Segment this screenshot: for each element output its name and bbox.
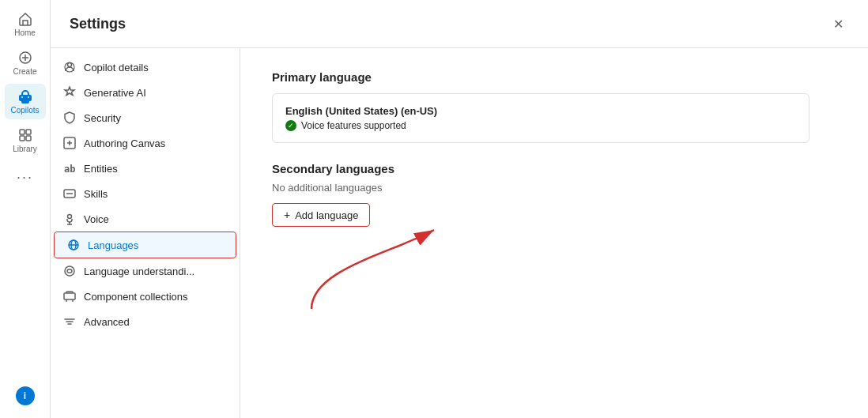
sidebar-item-security-label: Security: [84, 112, 227, 124]
primary-language-title: Primary language: [272, 70, 836, 84]
sidebar-item-copilot-details[interactable]: Copilot details: [51, 55, 240, 80]
svg-point-21: [65, 266, 74, 276]
sidebar-item-language-understanding[interactable]: Language understandi...: [51, 258, 240, 284]
nav-item-copilots-label: Copilots: [10, 106, 39, 115]
voice-supported-label: Voice features supported: [301, 120, 406, 131]
sidebar-item-advanced[interactable]: Advanced: [51, 309, 240, 334]
sidebar-item-languages[interactable]: Languages: [54, 232, 236, 258]
add-language-button[interactable]: + Add language: [272, 203, 370, 227]
sidebar-item-voice[interactable]: Voice: [51, 206, 240, 232]
language-understanding-icon: [63, 265, 76, 277]
plus-icon: +: [284, 209, 290, 221]
sidebar-item-generative-ai[interactable]: Generative AI: [51, 80, 240, 105]
secondary-language-title: Secondary languages: [272, 162, 836, 175]
settings-sidebar: Copilot details Generative AI Security: [51, 48, 240, 418]
svg-point-15: [68, 215, 72, 219]
svg-rect-5: [20, 136, 25, 141]
sidebar-item-voice-label: Voice: [84, 213, 227, 225]
library-icon: [17, 127, 33, 143]
nav-item-home-label: Home: [14, 28, 36, 37]
no-languages-label: No additional languages: [272, 182, 836, 194]
sidebar-item-copilot-details-label: Copilot details: [84, 62, 227, 73]
close-button[interactable]: ✕: [827, 13, 849, 35]
component-collections-icon: [63, 290, 76, 303]
nav-item-library-label: Library: [13, 145, 37, 153]
add-language-label: Add language: [295, 209, 358, 221]
info-button[interactable]: i: [16, 386, 35, 405]
main-content: Settings ✕ Copilot details Gen: [51, 0, 868, 418]
sidebar-item-advanced-label: Advanced: [84, 316, 227, 328]
sidebar-item-entities-label: Entities: [84, 163, 227, 175]
skills-icon: [63, 187, 76, 200]
sidebar-item-skills[interactable]: Skills: [51, 181, 240, 206]
voice-supported-row: ✓ Voice features supported: [285, 120, 437, 131]
svg-text:ab: ab: [64, 164, 75, 175]
voice-icon: [63, 213, 76, 225]
authoring-canvas-icon: [63, 137, 76, 149]
language-info: English (United States) (en-US) ✓ Voice …: [285, 105, 437, 131]
sidebar-item-entities[interactable]: ab Entities: [51, 156, 240, 181]
svg-rect-6: [26, 136, 31, 141]
copilot-details-icon: [63, 61, 76, 73]
sidebar-item-authoring-canvas-label: Authoring Canvas: [84, 137, 227, 149]
nav-item-create-label: Create: [13, 67, 36, 76]
header: Settings ✕: [51, 0, 868, 48]
svg-rect-4: [26, 130, 31, 134]
sidebar-item-component-collections[interactable]: Component collections: [51, 284, 240, 309]
sidebar-item-languages-label: Languages: [88, 239, 223, 251]
nav-item-copilots[interactable]: Copilots: [5, 84, 46, 119]
entities-icon: ab: [63, 162, 76, 175]
nav-bottom: i: [16, 386, 35, 412]
copilots-icon: [17, 88, 33, 104]
nav-item-home[interactable]: Home: [5, 6, 46, 42]
sidebar-item-skills-label: Skills: [84, 188, 227, 200]
nav-item-more[interactable]: ···: [5, 164, 46, 190]
sidebar-item-security[interactable]: Security: [51, 105, 240, 130]
primary-language-box: English (United States) (en-US) ✓ Voice …: [272, 93, 810, 143]
right-panel: Primary language English (United States)…: [240, 48, 868, 418]
generative-ai-icon: [63, 86, 76, 99]
advanced-icon: [63, 315, 76, 328]
sidebar-item-generative-ai-label: Generative AI: [84, 87, 227, 99]
nav-bar: Home Create Copilots Library ··· i: [0, 0, 51, 418]
nav-item-create[interactable]: Create: [5, 45, 46, 81]
security-icon: [63, 111, 76, 124]
svg-rect-22: [64, 293, 75, 299]
svg-rect-3: [20, 130, 25, 134]
page-title: Settings: [70, 16, 126, 32]
info-icon: i: [24, 390, 26, 401]
check-circle-icon: ✓: [285, 120, 296, 131]
nav-item-library[interactable]: Library: [5, 122, 46, 158]
sidebar-item-language-understanding-label: Language understandi...: [84, 265, 227, 277]
languages-icon: [67, 239, 80, 251]
content-area: Copilot details Generative AI Security: [51, 48, 868, 418]
svg-point-7: [68, 63, 72, 67]
sidebar-item-component-collections-label: Component collections: [84, 291, 227, 303]
create-icon: [17, 50, 33, 66]
sidebar-item-authoring-canvas[interactable]: Authoring Canvas: [51, 130, 240, 156]
close-icon: ✕: [833, 17, 843, 32]
language-name: English (United States) (en-US): [285, 105, 437, 117]
home-icon: [17, 11, 33, 27]
more-label: ···: [17, 169, 33, 186]
